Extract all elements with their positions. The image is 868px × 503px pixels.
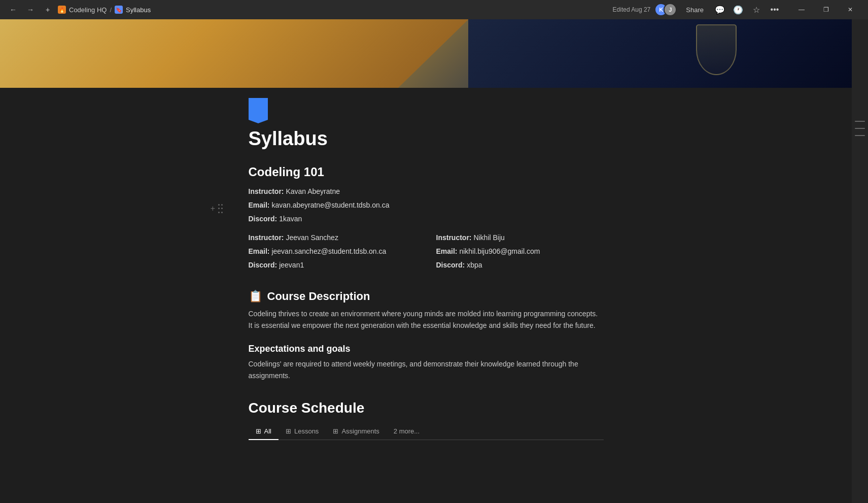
right-panel <box>852 19 868 503</box>
forward-button[interactable]: → <box>23 3 38 17</box>
email2-label: Email: <box>249 247 270 255</box>
instructor2-label: Instructor: <box>249 233 284 242</box>
panel-line-3 <box>855 135 865 136</box>
discord1-row: Discord: 1kavan <box>249 214 604 224</box>
titlebar-left: ← → + 🔥 Codeling HQ / 🔖 Syllabus <box>6 3 151 17</box>
email1-value: kavan.abeyratne@student.tdsb.on.ca <box>271 201 389 209</box>
discord3-label: Discord: <box>436 261 465 269</box>
history-button[interactable]: 🕐 <box>731 3 745 17</box>
back-button[interactable]: ← <box>6 3 20 17</box>
instructor2-block: Instructor: Jeevan Sanchez Email: jeevan… <box>249 232 416 274</box>
add-block-button[interactable]: + <box>208 204 218 214</box>
discord2-value: jeevan1 <box>279 261 304 269</box>
course-schedule-heading: Course Schedule <box>249 400 604 416</box>
discord2-row: Discord: jeevan1 <box>249 260 416 271</box>
tab-all[interactable]: ⊞ All <box>249 423 279 440</box>
tab-lessons[interactable]: ⊞ Lessons <box>279 423 326 440</box>
edited-label: Edited Aug 27 <box>613 6 651 13</box>
bookmark-icon <box>249 98 268 123</box>
hero-banner-inner <box>0 19 852 88</box>
hero-banner <box>0 19 852 88</box>
close-button[interactable]: ✕ <box>839 0 862 19</box>
instructor2-row: Instructor: Jeevan Sanchez <box>249 232 416 243</box>
expectations-heading: Expectations and goals <box>249 344 604 354</box>
discord3-row: Discord: xbpa <box>436 260 604 271</box>
instructor3-name: Nikhil Biju <box>473 233 504 242</box>
breadcrumb-current[interactable]: Syllabus <box>126 6 151 14</box>
email3-label: Email: <box>436 247 458 255</box>
content-area[interactable]: + Syllabus Codeling 101 Instructor: Kava… <box>0 19 852 503</box>
discord3-value: xbpa <box>467 261 482 269</box>
tab-assignments-icon: ⊞ <box>333 427 338 435</box>
course-description-icon: 📋 <box>249 290 262 303</box>
more-tabs-link[interactable]: 2 more... <box>387 423 427 439</box>
tab-assignments[interactable]: ⊞ Assignments <box>326 423 386 440</box>
instructor2-name: Jeevan Sanchez <box>286 233 338 242</box>
discord2-label: Discord: <box>249 261 277 269</box>
avatar-group: K J <box>654 3 677 16</box>
avatar-j: J <box>664 3 677 16</box>
tab-lessons-label: Lessons <box>294 427 319 435</box>
tab-all-label: All <box>264 427 271 435</box>
page-icon-wrap <box>249 88 604 127</box>
panel-line-2 <box>855 128 865 129</box>
drag-handle[interactable] <box>217 204 224 214</box>
titlebar-right: Edited Aug 27 K J Share 💬 🕐 ☆ ••• — ❐ ✕ <box>613 0 862 19</box>
breadcrumb: 🔥 Codeling HQ / 🔖 Syllabus <box>58 6 151 14</box>
comment-button[interactable]: 💬 <box>713 3 727 17</box>
window-controls: — ❐ ✕ <box>790 0 862 19</box>
table-tabs: ⊞ All ⊞ Lessons ⊞ Assignments 2 more... <box>249 423 604 440</box>
main-wrapper: + Syllabus Codeling 101 Instructor: Kava… <box>0 19 868 503</box>
course-description-heading: 📋 Course Description <box>249 290 604 303</box>
instructor1-name: Kavan Abeyratne <box>286 187 340 195</box>
breadcrumb-separator: / <box>110 6 112 14</box>
email1-row: Email: kavan.abeyratne@student.tdsb.on.c… <box>249 200 604 211</box>
tab-all-icon: ⊞ <box>256 427 261 435</box>
favorite-button[interactable]: ☆ <box>749 3 763 17</box>
course-description-title: Course Description <box>267 290 370 303</box>
share-button[interactable]: Share <box>681 3 709 16</box>
hero-right <box>468 19 852 88</box>
page-body: + Syllabus Codeling 101 Instructor: Kava… <box>208 88 644 471</box>
email3-row: Email: nikhil.biju906@gmail.com <box>436 246 604 257</box>
breadcrumb-parent[interactable]: Codeling HQ <box>69 6 107 14</box>
codeling-hq-icon: 🔥 <box>58 6 66 14</box>
instructor1-label: Instructor: <box>249 187 284 195</box>
email2-value: jeevan.sanchez@student.tdsb.on.ca <box>271 247 386 255</box>
more-options-button[interactable]: ••• <box>768 3 782 17</box>
instructor3-block: Instructor: Nikhil Biju Email: nikhil.bi… <box>436 232 604 274</box>
glass-decoration <box>696 24 737 75</box>
page-title: Syllabus <box>249 127 604 151</box>
tab-lessons-icon: ⊞ <box>286 427 291 435</box>
instructor1-row: Instructor: Kavan Abeyratne <box>249 186 604 197</box>
instructor3-label: Instructor: <box>436 233 472 242</box>
expectations-text: Codelings' are required to attend weekly… <box>249 358 604 382</box>
page-icon-small: 🔖 <box>115 6 123 14</box>
minimize-button[interactable]: — <box>790 0 813 19</box>
titlebar: ← → + 🔥 Codeling HQ / 🔖 Syllabus Edited … <box>0 0 868 19</box>
instructors-grid: Instructor: Jeevan Sanchez Email: jeevan… <box>249 232 604 274</box>
new-tab-button[interactable]: + <box>41 3 55 17</box>
email3-value: nikhil.biju906@gmail.com <box>459 247 540 255</box>
discord1-label: Discord: <box>249 215 277 223</box>
instructor3-row: Instructor: Nikhil Biju <box>436 232 604 243</box>
email1-label: Email: <box>249 201 270 209</box>
panel-line-1 <box>855 121 865 122</box>
course-description-text: Codeling thrives to create an environmen… <box>249 308 604 331</box>
tab-assignments-label: Assignments <box>341 427 379 435</box>
discord1-value: 1kavan <box>279 215 302 223</box>
maximize-button[interactable]: ❐ <box>814 0 838 19</box>
course-title: Codeling 101 <box>249 165 604 179</box>
hero-left <box>0 19 468 88</box>
email2-row: Email: jeevan.sanchez@student.tdsb.on.ca <box>249 246 416 257</box>
